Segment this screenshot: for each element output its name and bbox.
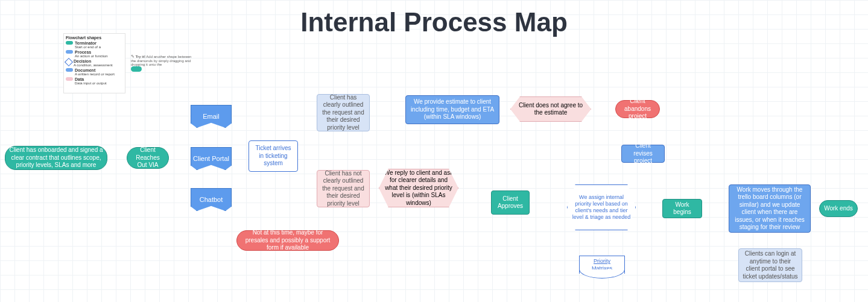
doc-priority-matrix[interactable]: Priority Matrixes: [579, 256, 625, 274]
data-clear[interactable]: Client has clearly outlined the request …: [317, 94, 370, 131]
page-title: Internal Process Map: [0, 7, 868, 37]
process-begins[interactable]: Work begins: [662, 199, 702, 218]
decision-askclear[interactable]: We reply to client and ask for clearer d…: [379, 169, 458, 207]
decision-disagree[interactable]: Client does not agree to the estimate: [510, 96, 591, 122]
legend-heading: Flowchart shapes: [66, 36, 101, 40]
tryit-sample-pill[interactable]: [131, 66, 142, 72]
process-estimate[interactable]: We provide estimate to client including …: [405, 95, 499, 124]
terminator-chatnote[interactable]: Not at this time, maybe for presales and…: [236, 230, 339, 251]
process-revises[interactable]: Client revises project: [621, 145, 665, 163]
terminator-ends[interactable]: Work ends: [819, 200, 858, 217]
data-notclear[interactable]: Client has not clearly outlined the requ…: [317, 170, 370, 207]
process-moves[interactable]: Work moves through the trello board colu…: [729, 184, 811, 233]
process-ticket[interactable]: Ticket arrives in ticketing system: [249, 140, 298, 172]
process-approves[interactable]: Client Approves: [491, 190, 530, 215]
decision-assign[interactable]: We assign internal priority level based …: [567, 184, 636, 230]
terminator-reachout[interactable]: Client Reaches Out VIA: [127, 147, 169, 169]
legend-panel: Flowchart shapes TerminatorStart or end …: [63, 33, 125, 93]
tryit-callout: ✎ Try it! Add another shape between the …: [131, 54, 197, 72]
terminator-abandon[interactable]: Client abandons project: [615, 100, 660, 118]
terminator-start[interactable]: Client has onboarded and signed a clear …: [5, 146, 107, 170]
data-login[interactable]: Clients can login at anytime to their cl…: [738, 248, 802, 282]
